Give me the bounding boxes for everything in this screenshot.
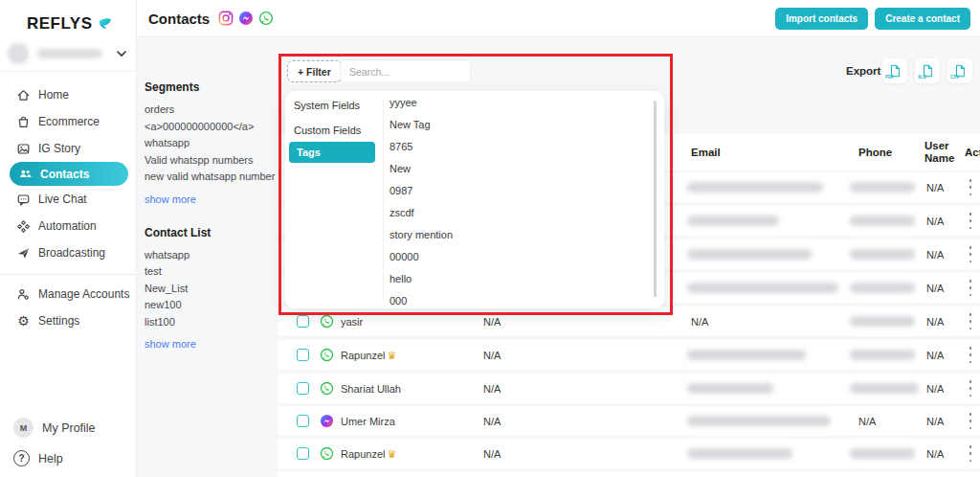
- panel-scrollbar[interactable]: [654, 101, 657, 297]
- redacted-phone: [850, 182, 915, 193]
- tab-system-fields[interactable]: System Fields: [294, 95, 376, 116]
- contact-name[interactable]: Rapunzel♛: [341, 447, 396, 460]
- row-actions-kebab[interactable]: [965, 313, 976, 329]
- tag-option[interactable]: yyyee: [390, 91, 417, 113]
- segments-show-more-link[interactable]: show more: [145, 193, 277, 205]
- redacted-email: [687, 283, 838, 293]
- export-pdf-button[interactable]: PDF: [882, 58, 907, 83]
- contact-list-item[interactable]: whatsapp: [145, 247, 277, 264]
- tag-option[interactable]: New Tag: [390, 113, 431, 135]
- table-row: Rapunzel♛ N/A N/A: [278, 340, 980, 370]
- user-name-cell: N/A: [926, 350, 944, 361]
- tag-option[interactable]: 000: [390, 289, 407, 311]
- sidebar-nav: Home Ecommerce IG Story Contacts Live Ch…: [0, 72, 136, 334]
- column-header-email: Email: [691, 147, 721, 158]
- row-actions-kebab[interactable]: [965, 413, 976, 429]
- row-actions-kebab[interactable]: [965, 179, 976, 195]
- contact-list-item[interactable]: test: [145, 263, 277, 281]
- row-checkbox[interactable]: [297, 382, 309, 395]
- import-contacts-button[interactable]: Import contacts: [775, 8, 868, 30]
- contact-name[interactable]: Rapunzel♛: [341, 349, 396, 361]
- row-checkbox[interactable]: [297, 447, 309, 460]
- messenger-icon: [238, 11, 254, 26]
- row-checkbox[interactable]: [297, 315, 309, 328]
- segment-item[interactable]: whatsapp: [145, 135, 277, 152]
- search-input[interactable]: [340, 59, 471, 83]
- contact-name[interactable]: Shariat Ullah: [341, 383, 401, 395]
- help-button[interactable]: ? Help: [0, 450, 63, 466]
- tag-option[interactable]: 8765: [390, 135, 412, 157]
- tag-option[interactable]: zscdf: [390, 201, 414, 223]
- column-header-action: Action: [965, 147, 980, 158]
- user-name-cell: N/A: [926, 448, 944, 460]
- sidebar-item-automation[interactable]: Automation: [0, 213, 136, 239]
- contact-list-item[interactable]: new100: [145, 297, 277, 314]
- sidebar-item-settings[interactable]: ⚙ Settings: [0, 307, 136, 334]
- export-csv-button[interactable]: CSV: [947, 58, 972, 83]
- contact-name[interactable]: yasir: [341, 316, 363, 328]
- tab-custom-fields[interactable]: Custom Fields: [294, 120, 376, 141]
- segment-item[interactable]: orders: [145, 102, 277, 119]
- export-format-label: XLS: [918, 75, 926, 80]
- tag-option[interactable]: story mention: [390, 223, 453, 245]
- export-label: Export: [846, 65, 880, 77]
- lists-panel: Segments orders <a>000000000000</a> what…: [145, 80, 277, 350]
- row-checkbox[interactable]: [297, 415, 309, 427]
- redacted-phone: [850, 216, 915, 226]
- create-contact-button[interactable]: Create a contact: [875, 8, 970, 30]
- segment-item[interactable]: new valid whatsapp number: [145, 169, 277, 186]
- manage-accounts-icon: [16, 287, 31, 302]
- table-row: Shariat Ullah N/A N/A: [278, 374, 980, 403]
- sidebar-item-live-chat[interactable]: Live Chat: [0, 186, 136, 213]
- instagram-icon: [218, 11, 234, 26]
- row-actions-kebab[interactable]: [965, 445, 976, 462]
- user-name-cell: N/A: [926, 316, 944, 328]
- sidebar-item-label: Manage Accounts: [38, 287, 129, 301]
- contact-list-item[interactable]: list100: [145, 314, 277, 331]
- sidebar: REFLYS Home Ecommerce IG Story Contacts: [0, 0, 137, 477]
- row-actions-kebab[interactable]: [965, 280, 976, 296]
- contact-name[interactable]: Umer Mirza: [341, 416, 395, 427]
- row-checkbox[interactable]: [297, 349, 309, 361]
- whatsapp-icon: [320, 381, 334, 396]
- contact-list-item[interactable]: New_List: [145, 281, 277, 298]
- tag-option[interactable]: hello: [390, 267, 412, 289]
- segment-item[interactable]: Valid whatspp numbers: [145, 152, 277, 170]
- phone-cell: N/A: [858, 416, 876, 427]
- user-name-cell: N/A: [926, 182, 944, 193]
- user-name-cell: N/A: [926, 416, 944, 427]
- row-actions-kebab[interactable]: [965, 246, 976, 262]
- whatsapp-icon: [258, 11, 274, 26]
- sidebar-item-ecommerce[interactable]: Ecommerce: [0, 108, 136, 135]
- filter-button[interactable]: + Filter: [287, 60, 342, 82]
- my-profile-button[interactable]: M My Profile: [0, 418, 96, 438]
- table-row: Rapunzel♛ N/A N/A: [278, 439, 980, 468]
- export-format-label: CSV: [950, 75, 959, 80]
- contact-list-show-more-link[interactable]: show more: [145, 338, 277, 350]
- sidebar-item-broadcasting[interactable]: Broadcasting: [0, 239, 136, 266]
- whatsapp-icon: [320, 314, 334, 329]
- whatsapp-icon: [320, 348, 334, 362]
- redacted-email: [687, 416, 831, 426]
- brand-name: REFLYS: [27, 14, 93, 34]
- sidebar-item-ig-story[interactable]: IG Story: [0, 135, 136, 162]
- contact-list-title: Contact List: [145, 226, 277, 239]
- redacted-phone: [850, 316, 915, 327]
- column-header-phone: Phone: [858, 147, 892, 158]
- tag-option[interactable]: New: [390, 157, 411, 179]
- sidebar-item-label: Settings: [38, 314, 79, 328]
- export-xls-button[interactable]: XLS: [915, 58, 940, 83]
- row-actions-kebab[interactable]: [965, 347, 976, 363]
- tab-tags[interactable]: Tags: [289, 142, 375, 163]
- sidebar-item-home[interactable]: Home: [0, 81, 136, 108]
- sidebar-item-contacts[interactable]: Contacts: [10, 162, 128, 186]
- sidebar-item-manage-accounts[interactable]: Manage Accounts: [0, 281, 136, 307]
- account-selector[interactable]: [0, 36, 136, 72]
- tag-option[interactable]: 00000: [390, 245, 419, 267]
- segment-item[interactable]: <a>000000000000</a>: [145, 119, 277, 136]
- row-actions-kebab[interactable]: [965, 213, 976, 229]
- filter-dropdown-panel: System Fields Custom Fields Tags yyyee N…: [285, 91, 664, 308]
- row-actions-kebab[interactable]: [965, 380, 976, 397]
- tag-option[interactable]: 0987: [390, 179, 412, 201]
- redacted-email: [687, 182, 823, 193]
